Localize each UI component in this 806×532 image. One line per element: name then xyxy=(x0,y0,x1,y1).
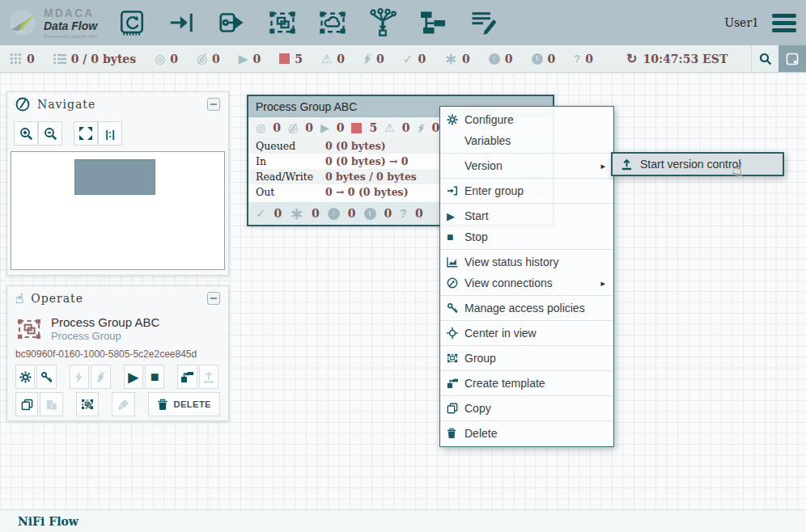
menu-item-center-in-view[interactable]: Center in view xyxy=(440,323,613,344)
operate-title: Operate xyxy=(31,292,83,305)
zoom-actual-button[interactable]: |:| xyxy=(98,121,122,146)
global-menu-icon[interactable] xyxy=(772,14,796,32)
delete-button[interactable]: DELETE xyxy=(148,392,220,416)
submenu-start-version-control[interactable]: Start version control xyxy=(611,152,784,176)
create-template-button[interactable] xyxy=(177,365,197,389)
arrow-up-circle-icon: ↑ xyxy=(328,208,340,220)
stat-locally-modified-stale: ! 0 xyxy=(532,53,556,65)
warning-triangle-icon: ⚠ xyxy=(384,122,395,133)
stopped-icon xyxy=(279,53,290,64)
chart-icon xyxy=(447,256,465,268)
fit-icon xyxy=(79,127,92,140)
menu-item-configure[interactable]: Configure xyxy=(440,109,613,130)
template-save-icon xyxy=(180,370,193,383)
compass-icon xyxy=(447,277,465,289)
menu-item-create-template[interactable]: Create template xyxy=(440,373,613,394)
search-button[interactable] xyxy=(751,45,778,72)
birdseye-minimap[interactable] xyxy=(11,151,225,270)
transmitting-icon: ◎ xyxy=(155,53,165,65)
menu-item-variables[interactable]: Variables xyxy=(440,130,613,151)
last-refresh-time: 10:47:53 EST xyxy=(643,53,728,65)
enable-button[interactable] xyxy=(70,365,89,389)
hand-icon: ☝ xyxy=(15,292,23,306)
collapse-navigate-button[interactable] xyxy=(207,98,220,111)
trash-icon xyxy=(447,428,465,439)
menu-item-version[interactable]: Version ▸ xyxy=(440,155,613,176)
birdseye-toggle-button[interactable] xyxy=(778,45,806,72)
global-status-bar: 0 0 / 0 bytes ◎ 0 ◎ 0 ▶ 0 5 xyxy=(0,45,806,73)
minimap-component-rect xyxy=(74,159,155,195)
zoom-out-button[interactable] xyxy=(38,121,62,146)
flow-canvas[interactable]: Navigate | xyxy=(0,73,806,509)
fill-color-button[interactable] xyxy=(112,392,134,416)
start-button[interactable]: ▶ xyxy=(124,365,143,389)
navigate-title: Navigate xyxy=(37,98,95,111)
funnel-icon[interactable] xyxy=(367,7,398,38)
not-transmitting-icon: ◎ xyxy=(197,53,207,65)
remote-process-group-icon[interactable] xyxy=(317,7,348,38)
menu-item-group[interactable]: Group xyxy=(440,348,613,369)
exclamation-circle-icon: ! xyxy=(532,53,543,65)
gear-icon xyxy=(19,371,32,383)
menu-item-view-connections[interactable]: View connections ▸ xyxy=(440,272,613,293)
breadcrumb[interactable]: NiFi Flow xyxy=(18,515,78,528)
operate-panel: ☝ Operate Process Group ABC Process Grou… xyxy=(6,285,229,421)
stat-transmitting: ◎ 0 xyxy=(155,53,178,65)
stop-button[interactable]: ■ xyxy=(145,365,164,389)
refresh-block[interactable]: ↻ 10:47:53 EST xyxy=(626,53,728,65)
navigate-panel: Navigate | xyxy=(6,91,229,276)
paste-button[interactable] xyxy=(40,392,62,416)
configuration-button[interactable] xyxy=(15,365,35,389)
stat-active-threads: 0 xyxy=(10,53,35,65)
selected-component-name: Process Group ABC xyxy=(51,315,159,329)
component-toolbar xyxy=(117,7,498,38)
zoom-in-button[interactable] xyxy=(14,121,38,146)
selected-component-type: Process Group xyxy=(51,330,159,342)
group-button[interactable] xyxy=(76,392,99,416)
input-port-icon[interactable] xyxy=(167,7,197,38)
upload-icon xyxy=(621,158,633,171)
group-icon xyxy=(447,353,465,364)
processor-icon[interactable] xyxy=(117,7,147,38)
question-icon: ? xyxy=(400,207,407,220)
menu-item-copy[interactable]: Copy xyxy=(440,398,613,419)
access-policies-button[interactable] xyxy=(36,365,56,389)
process-group-icon[interactable] xyxy=(267,7,298,38)
running-icon: ▶ xyxy=(239,53,248,65)
upload-template-button[interactable] xyxy=(199,365,218,389)
label-icon[interactable] xyxy=(468,7,498,38)
zoom-fit-button[interactable] xyxy=(74,121,98,146)
disable-button[interactable] xyxy=(91,365,110,389)
stat-disabled: 0 xyxy=(363,53,384,65)
menu-item-delete[interactable]: Delete xyxy=(440,423,613,444)
compass-icon xyxy=(15,97,30,112)
collapse-operate-button[interactable] xyxy=(207,292,220,305)
stat-up-to-date: ✓ 0 xyxy=(403,53,426,65)
menu-item-manage-access-policies[interactable]: Manage access policies xyxy=(440,298,613,319)
menu-item-enter-group[interactable]: Enter group xyxy=(440,180,613,201)
copy-button[interactable] xyxy=(15,392,38,416)
stat-not-transmitting: ◎ 0 xyxy=(197,53,220,65)
crosshair-icon xyxy=(447,327,465,339)
check-icon: ✓ xyxy=(403,53,414,65)
stop-icon: ■ xyxy=(447,231,465,243)
stat-invalid: ⚠ 0 xyxy=(321,53,345,65)
template-icon[interactable] xyxy=(418,7,448,38)
stat-stopped: 5 xyxy=(279,53,303,65)
bolt-slash-icon xyxy=(418,123,425,133)
menu-item-view-status-history[interactable]: View status history xyxy=(440,251,613,272)
output-port-icon[interactable] xyxy=(217,7,248,38)
menu-separator xyxy=(440,203,613,204)
zoom-in-icon xyxy=(19,127,33,141)
menu-separator xyxy=(440,370,613,371)
paste-icon xyxy=(45,399,57,411)
bolt-slash-icon xyxy=(363,53,371,65)
template-icon xyxy=(447,378,465,389)
search-icon xyxy=(759,53,772,65)
refresh-icon[interactable]: ↻ xyxy=(626,53,637,65)
menu-separator xyxy=(440,249,613,250)
menu-item-stop[interactable]: ■ Stop xyxy=(440,226,613,247)
transmitting-icon: ◎ xyxy=(256,122,265,133)
current-user-label[interactable]: User1 xyxy=(724,16,759,29)
menu-item-start[interactable]: ▶ Start xyxy=(440,205,613,226)
